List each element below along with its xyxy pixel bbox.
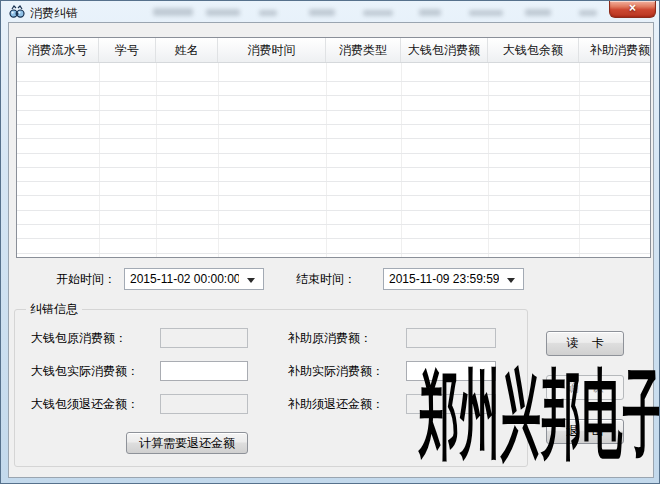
table-row-line [17, 153, 650, 154]
table-row-line [17, 138, 650, 139]
table-row-line [17, 167, 650, 168]
chevron-down-icon [247, 278, 255, 283]
table-grid-line [156, 63, 157, 258]
close-button[interactable]: × [609, 1, 656, 18]
column-header[interactable]: 大钱包消费额 [401, 38, 488, 63]
wallet-actual-label: 大钱包实际消费额： [31, 360, 139, 382]
table-row-line [17, 110, 650, 111]
table-row-line [17, 195, 650, 196]
dialog-window: 消费纠错 × 消费流水号学号姓名消费时间消费类型大钱包消费额大钱包余额补助消费额… [0, 0, 660, 484]
end-time-picker[interactable]: 2015-11-09 23:59:59 [383, 268, 524, 290]
glass-blur-artifact [363, 10, 393, 16]
subsidy-original-input [406, 328, 496, 348]
table-grid-line [401, 63, 402, 258]
subsidy-actual-input[interactable] [406, 361, 496, 381]
glass-blur-artifact [419, 9, 441, 16]
table-row-line [17, 253, 650, 254]
column-header[interactable]: 大钱包余额 [488, 38, 579, 63]
table-row-line [17, 181, 650, 182]
wallet-original-label: 大钱包原消费额： [31, 327, 127, 349]
table-grid-line [218, 63, 219, 258]
table-row-line [17, 95, 650, 96]
end-time-label: 结束时间： [296, 268, 356, 290]
subsidy-refund-input [406, 394, 496, 414]
glass-blur-artifact [469, 10, 503, 16]
column-header[interactable]: 学号 [99, 38, 156, 63]
table-row-line [17, 210, 650, 211]
chevron-down-icon [507, 278, 515, 283]
read-card-button[interactable]: 读 卡 [546, 331, 624, 356]
glass-blur-artifact [206, 9, 240, 16]
table-grid-line [579, 63, 580, 258]
table-grid-line [488, 63, 489, 258]
wallet-original-input [160, 328, 248, 348]
end-time-value: 2015-11-09 23:59:59 [389, 269, 499, 289]
table-row-line [17, 81, 650, 82]
table-grid-line [326, 63, 327, 258]
column-header[interactable]: 补助消费额 [579, 38, 650, 63]
window-title: 消费纠错 [30, 5, 78, 22]
table-body[interactable] [17, 63, 650, 258]
table-row-line [17, 124, 650, 125]
table-row-line [17, 224, 650, 225]
close-icon: × [629, 1, 636, 15]
subsidy-actual-label: 补助实际消费额： [288, 360, 384, 382]
glass-blur-artifact [309, 9, 335, 16]
glass-blur-artifact [153, 8, 193, 16]
confirm-button: 确 认 [546, 375, 624, 400]
start-time-label: 开始时间： [56, 268, 116, 290]
table-header-row: 消费流水号学号姓名消费时间消费类型大钱包消费额大钱包余额补助消费额 [17, 38, 650, 63]
glass-blur-artifact [525, 9, 551, 16]
start-time-value: 2015-11-02 00:00:00 [130, 269, 239, 289]
titlebar[interactable]: 消费纠错 × [1, 1, 659, 22]
wallet-refund-label: 大钱包须退还金额： [31, 393, 139, 415]
table-grid-line [99, 63, 100, 258]
column-header[interactable]: 消费时间 [218, 38, 326, 63]
table-row-line [17, 238, 650, 239]
calculate-refund-button[interactable]: 计算需要退还金额 [126, 432, 248, 454]
wallet-refund-input [160, 394, 248, 414]
exit-button[interactable]: 退 出 [546, 419, 624, 444]
start-time-picker[interactable]: 2015-11-02 00:00:00 [124, 268, 264, 290]
wallet-actual-input[interactable] [160, 361, 248, 381]
column-header[interactable]: 消费流水号 [17, 38, 99, 63]
column-header[interactable]: 姓名 [156, 38, 218, 63]
glass-blur-artifact [579, 10, 597, 16]
correction-groupbox-title: 纠错信息 [26, 302, 82, 317]
binoculars-icon [9, 4, 25, 20]
consumption-table: 消费流水号学号姓名消费时间消费类型大钱包消费额大钱包余额补助消费额 [16, 37, 651, 258]
subsidy-refund-label: 补助须退还金额： [288, 393, 384, 415]
glass-blur-artifact [259, 10, 277, 16]
subsidy-original-label: 补助原消费额： [288, 327, 372, 349]
client-area: 消费流水号学号姓名消费时间消费类型大钱包消费额大钱包余额补助消费额 开始时间： … [8, 22, 654, 478]
column-header[interactable]: 消费类型 [326, 38, 401, 63]
